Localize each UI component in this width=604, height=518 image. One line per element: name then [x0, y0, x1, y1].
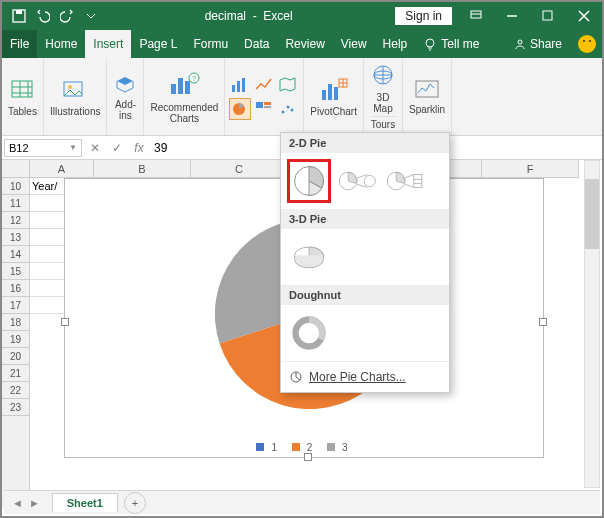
line-chart-icon[interactable]: [253, 74, 275, 96]
col-header-a[interactable]: A: [30, 160, 94, 177]
svg-rect-18: [256, 102, 263, 108]
row-header[interactable]: 14: [2, 246, 29, 263]
bar-of-pie-option[interactable]: [383, 159, 427, 203]
svg-point-4: [426, 39, 434, 47]
group-recommended-charts[interactable]: ? Recommended Charts: [144, 58, 225, 135]
svg-rect-16: [242, 78, 245, 92]
ribbon-options-icon[interactable]: [458, 2, 494, 30]
more-pie-charts-link[interactable]: More Pie Charts...: [281, 361, 449, 392]
tab-help[interactable]: Help: [375, 30, 416, 58]
svg-rect-15: [237, 81, 240, 92]
2d-pie-option[interactable]: [287, 159, 331, 203]
new-sheet-button[interactable]: +: [124, 492, 146, 514]
sign-in-button[interactable]: Sign in: [395, 7, 452, 25]
hierarchy-chart-icon[interactable]: [253, 98, 275, 120]
window-title: decimal - Excel: [102, 9, 395, 23]
tell-me-search[interactable]: Tell me: [415, 37, 487, 51]
illustrations-icon: [61, 76, 89, 104]
globe-icon: [370, 64, 396, 88]
close-icon[interactable]: [566, 2, 602, 30]
sparkline-icon: [414, 78, 440, 102]
svg-point-5: [518, 40, 522, 44]
maximize-icon[interactable]: [530, 2, 566, 30]
svg-point-8: [68, 85, 72, 89]
group-sparklines[interactable]: Sparklin: [403, 58, 452, 135]
row-headers: 10 11 12 13 14 15 16 17 18 19 20 21 22 2…: [2, 178, 30, 508]
group-tours: 3D Map Tours: [364, 58, 403, 135]
dropdown-section-2d-pie: 2-D Pie: [281, 133, 449, 153]
feedback-icon[interactable]: [578, 35, 596, 53]
row-header[interactable]: 12: [2, 212, 29, 229]
svg-rect-14: [232, 85, 235, 92]
tab-data[interactable]: Data: [236, 30, 277, 58]
vertical-scrollbar[interactable]: [584, 160, 600, 488]
svg-point-23: [291, 108, 294, 111]
group-illustrations[interactable]: Illustrations: [44, 58, 108, 135]
save-icon[interactable]: [8, 5, 30, 27]
group-addins[interactable]: Add- ins: [107, 58, 144, 135]
pivotchart-icon: [319, 76, 349, 104]
tab-review[interactable]: Review: [277, 30, 332, 58]
row-header[interactable]: 15: [2, 263, 29, 280]
row-header[interactable]: 17: [2, 297, 29, 314]
svg-rect-19: [264, 102, 271, 105]
share-button[interactable]: Share: [506, 30, 570, 58]
name-box[interactable]: B12▼: [4, 139, 82, 157]
lightbulb-icon: [423, 37, 437, 51]
svg-rect-25: [328, 84, 332, 100]
svg-point-21: [282, 110, 285, 113]
tab-insert[interactable]: Insert: [85, 30, 131, 58]
fx-icon[interactable]: fx: [128, 141, 150, 155]
sheet-nav: ◄ ►: [4, 497, 48, 509]
sheet-tab-sheet1[interactable]: Sheet1: [52, 493, 118, 512]
pie-chart-icon[interactable]: [229, 98, 251, 120]
enter-formula-icon[interactable]: ✓: [106, 141, 128, 155]
column-chart-icon[interactable]: [229, 74, 251, 96]
undo-icon[interactable]: [32, 5, 54, 27]
doughnut-option[interactable]: [287, 311, 331, 355]
row-header[interactable]: 23: [2, 399, 29, 416]
scatter-chart-icon[interactable]: [277, 98, 299, 120]
group-pivotchart[interactable]: PivotChart: [304, 58, 364, 135]
sheet-tab-bar: ◄ ► Sheet1 +: [4, 490, 600, 514]
pie-of-pie-option[interactable]: [335, 159, 379, 203]
svg-rect-9: [171, 84, 176, 94]
redo-icon[interactable]: [56, 5, 78, 27]
tab-formulas[interactable]: Formu: [185, 30, 236, 58]
minimize-icon[interactable]: [494, 2, 530, 30]
row-header[interactable]: 16: [2, 280, 29, 297]
row-header[interactable]: 19: [2, 331, 29, 348]
chart-legend: 1 2 3: [65, 442, 543, 454]
row-header[interactable]: 21: [2, 365, 29, 382]
col-header-c[interactable]: C: [191, 160, 288, 177]
svg-rect-11: [185, 81, 190, 94]
row-header[interactable]: 11: [2, 195, 29, 212]
map-chart-icon[interactable]: [277, 74, 299, 96]
svg-rect-24: [322, 90, 326, 100]
pie-chart-dropdown: 2-D Pie 3-D Pie Doughnut More Pie Charts…: [280, 132, 450, 393]
row-header[interactable]: 13: [2, 229, 29, 246]
3d-pie-option[interactable]: [287, 235, 331, 279]
nav-next-icon[interactable]: ►: [27, 497, 42, 509]
tab-page-layout[interactable]: Page L: [131, 30, 185, 58]
row-header[interactable]: 18: [2, 314, 29, 331]
tab-view[interactable]: View: [333, 30, 375, 58]
svg-rect-6: [12, 81, 32, 97]
qat-more-icon[interactable]: [80, 5, 102, 27]
recommended-charts-icon: ?: [167, 70, 201, 100]
col-header-f[interactable]: F: [482, 160, 579, 177]
share-icon: [514, 38, 526, 50]
row-header[interactable]: 10: [2, 178, 29, 195]
cancel-formula-icon[interactable]: ✕: [84, 141, 106, 155]
select-all-corner[interactable]: [2, 160, 30, 178]
row-header[interactable]: 22: [2, 382, 29, 399]
dropdown-section-3d-pie: 3-D Pie: [281, 209, 449, 229]
nav-prev-icon[interactable]: ◄: [10, 497, 25, 509]
row-header[interactable]: 20: [2, 348, 29, 365]
group-tables[interactable]: Tables: [2, 58, 44, 135]
group-charts: [225, 58, 304, 135]
tab-file[interactable]: File: [2, 30, 37, 58]
col-header-b[interactable]: B: [94, 160, 191, 177]
3d-map-button[interactable]: 3D Map: [370, 64, 396, 114]
tab-home[interactable]: Home: [37, 30, 85, 58]
